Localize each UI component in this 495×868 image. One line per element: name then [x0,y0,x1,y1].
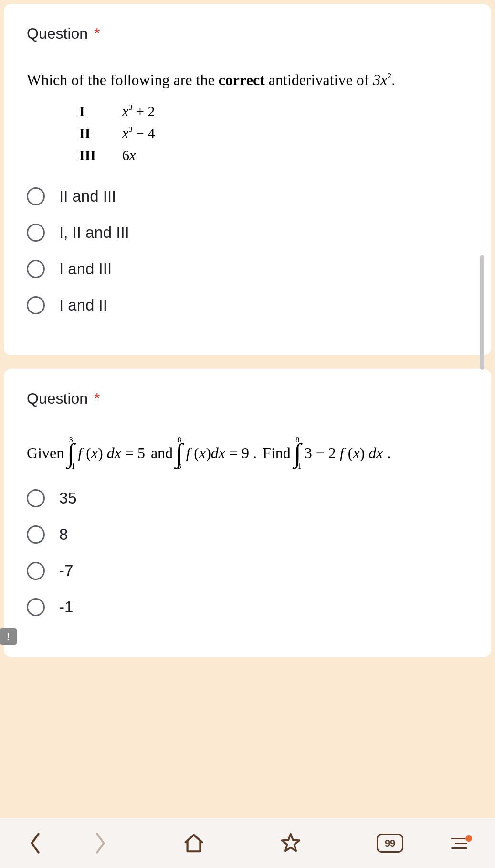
int-lower: −1 [67,462,75,470]
options-group: II and III I, II and III I and III I and… [27,187,468,314]
required-asterisk: * [94,25,100,42]
radio-icon [27,187,45,205]
expr-sup: 3 [128,125,132,134]
scrollbar-thumb[interactable] [480,255,484,370]
roman-numeral: II [79,125,122,141]
form-container: Question * Which of the following are th… [0,0,495,657]
required-asterisk: * [94,390,100,407]
prompt-post: antiderivative of [265,71,373,88]
star-icon [280,832,302,854]
question-card-1: Question * Which of the following are th… [4,4,491,355]
expr-base: 3x [373,71,387,88]
roman-row-3: III 6x [79,147,468,163]
roman-numeral: III [79,147,122,163]
prompt-expression: 3x2 [373,71,391,88]
menu-button[interactable] [451,838,467,849]
option-label: 35 [59,489,77,507]
question-card-2: Question * Given 3 ∫ −1 f (x) dx = 5 and… [4,369,491,657]
forward-button[interactable] [92,831,108,855]
expr-base: x [122,103,128,119]
question-label: Question [27,390,88,407]
integral-symbol-1: 3 ∫ −1 [67,436,75,470]
radio-icon [27,598,45,616]
expr-rest: − 4 [133,125,155,141]
fx-expr-2: f (x)dx = 9 . [186,444,261,462]
alert-badge[interactable]: ! [0,628,17,645]
home-button[interactable] [183,832,205,854]
integral-symbol-3: 8 ∫ −1 [294,436,302,470]
integral-icon: ∫ [294,444,301,462]
integral-icon: ∫ [176,444,183,462]
option-label: -1 [59,598,73,616]
option-label: II and III [59,187,116,205]
option-1[interactable]: II and III [27,187,468,205]
chevron-right-icon [92,831,108,855]
option-3[interactable]: I and III [27,260,468,278]
fx-expr-3: 3 − 2 f (x) dx . [305,444,391,462]
radio-icon [27,260,45,278]
question-label: Question [27,25,88,42]
roman-row-1: I x3 + 2 [79,103,468,119]
bang-text: ! [7,631,10,643]
roman-expression: x3 − 4 [122,125,155,141]
given-text: Given [27,444,64,462]
expr-sup: 3 [128,103,132,112]
and-text: and [151,444,173,462]
roman-expression: 6x [122,147,136,163]
question-title: Question * [27,390,468,407]
int-lower: 3 [178,462,181,470]
roman-numeral: I [79,103,122,119]
option-label: 8 [59,525,68,544]
option-3[interactable]: -7 [27,562,468,580]
nav-left [28,831,108,855]
chevron-left-icon [28,831,44,855]
back-button[interactable] [28,831,44,855]
question-prompt: Which of the following are the correct a… [27,71,468,89]
option-label: I, II and III [59,224,129,242]
option-4[interactable]: I and II [27,296,468,314]
radio-icon [27,224,45,242]
tabs-count: 99 [385,838,395,849]
prompt-bold: correct [219,71,265,88]
option-label: -7 [59,562,73,580]
radio-icon [27,562,45,580]
expr-sup: 2 [388,71,392,80]
roman-row-2: II x3 − 4 [79,125,468,141]
expr-rest: + 2 [133,103,155,119]
radio-icon [27,525,45,544]
integral-symbol-2: 8 ∫ 3 [176,436,183,470]
roman-expression: x3 + 2 [122,103,155,119]
roman-options-list: I x3 + 2 II x3 − 4 III 6x [79,103,468,163]
prompt-period: . [391,71,395,88]
nav-right: 99 [377,834,467,853]
option-2[interactable]: 8 [27,525,468,544]
question-prompt: Given 3 ∫ −1 f (x) dx = 5 and 8 ∫ 3 f (x… [27,436,468,470]
option-4[interactable]: -1 [27,598,468,616]
option-1[interactable]: 35 [27,489,468,507]
radio-icon [27,489,45,507]
prompt-pre: Which of the following are the [27,71,219,88]
expr-base: x [122,125,128,141]
home-icon [183,832,205,854]
tabs-button[interactable]: 99 [377,834,403,853]
menu-icon [451,838,467,849]
bookmark-button[interactable] [280,832,302,854]
integral-icon: ∫ [67,444,74,462]
options-group: 35 8 -7 -1 [27,489,468,616]
notification-dot-icon [465,835,472,842]
fx-expr-1: f (x) dx = 5 [78,444,149,462]
expr-text: 6x [122,147,136,163]
option-label: I and III [59,260,112,278]
question-title: Question * [27,25,468,43]
scrollbar-track[interactable] [480,213,484,461]
option-label: I and II [59,296,107,314]
int-lower: −1 [294,462,302,470]
find-text: Find [263,444,291,462]
option-2[interactable]: I, II and III [27,224,468,242]
browser-bottom-nav: 99 [0,818,495,868]
radio-icon [27,296,45,314]
